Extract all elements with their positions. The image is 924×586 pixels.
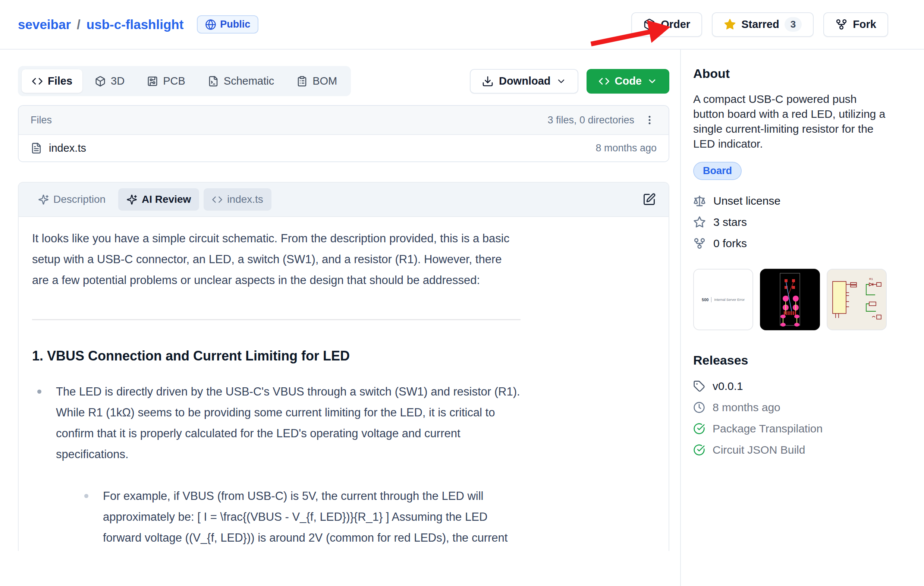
sidebar: About A compact USB-C powered push butto… (680, 49, 924, 586)
code-icon (32, 76, 43, 87)
readme-panel: Description AI Review inde (18, 182, 669, 551)
file-terminal-icon (208, 76, 219, 87)
sparkles-icon (126, 194, 137, 205)
thumbnail-pcb-view[interactable] (760, 269, 820, 330)
repo-name-link[interactable]: usb-c-flashlight (86, 17, 184, 32)
release-published: 8 months ago (693, 400, 892, 415)
order-button[interactable]: Order (631, 12, 702, 37)
file-row-index-ts[interactable]: index.ts 8 months ago (19, 135, 668, 161)
toolbar-actions: Download Code (470, 69, 669, 94)
cube-icon (95, 76, 106, 87)
code-button[interactable]: Code (587, 69, 670, 94)
fork-button-label: Fork (853, 18, 876, 31)
tab-3d[interactable]: 3D (85, 69, 135, 93)
tab-bom[interactable]: BOM (286, 69, 347, 93)
about-title: About (693, 66, 892, 81)
stars-row: 3 stars (693, 215, 892, 230)
circuit-board-icon (147, 76, 158, 87)
tab-ai-review[interactable]: AI Review (118, 188, 199, 211)
code-icon (212, 194, 223, 205)
tab-bom-label: BOM (312, 75, 337, 87)
star-icon (693, 216, 706, 229)
svg-text:R1: R1 (869, 277, 873, 281)
file-updated: 8 months ago (596, 142, 657, 154)
thumbnail-3d-view[interactable]: 500 Internal Server Error (693, 269, 753, 330)
main-column: Files 3D PCB (18, 49, 669, 586)
repo-header: seveibar / usb-c-flashlight Public Order (0, 0, 924, 49)
about-description: A compact USB-C powered push button boar… (693, 92, 889, 151)
tab-pcb[interactable]: PCB (137, 69, 195, 93)
check-circle-icon (693, 444, 705, 456)
files-panel-header: Files 3 files, 0 directories (19, 106, 668, 135)
release-check-label: Circuit JSON Build (713, 444, 805, 456)
thumbnail-error-code: 500 (702, 298, 708, 302)
scales-icon (693, 194, 706, 207)
ai-review-content: It looks like you have a simple circuit … (19, 217, 522, 551)
tab-files[interactable]: Files (21, 69, 82, 93)
clock-icon (693, 402, 705, 413)
globe-icon (205, 19, 216, 30)
star-filled-icon (724, 18, 736, 31)
star-count-badge: 3 (785, 17, 802, 32)
preview-thumbnails: 500 Internal Server Error (693, 269, 892, 330)
stars-label: 3 stars (713, 216, 747, 229)
repo-meta: Unset license 3 stars 0 forks (693, 193, 892, 251)
tab-files-label: Files (48, 75, 73, 87)
tab-3d-label: 3D (111, 75, 125, 87)
readme-tabbar: Description AI Review inde (19, 183, 668, 217)
download-button[interactable]: Download (470, 69, 578, 94)
release-check-label: Package Transpilation (713, 422, 823, 435)
tag-icon (693, 380, 705, 392)
owner-link[interactable]: seveibar (18, 17, 71, 32)
tab-index-ts[interactable]: index.ts (204, 188, 271, 211)
ai-review-paragraph: It looks like you have a simple circuit … (32, 228, 521, 291)
thumbnail-error-message: Internal Server Error (714, 298, 745, 301)
board-tag[interactable]: Board (693, 162, 742, 180)
files-panel: Files 3 files, 0 directories index.ts (18, 105, 669, 162)
fork-button[interactable]: Fork (823, 12, 888, 37)
ai-review-heading: 1. VBUS Connection and Current Limiting … (32, 348, 522, 364)
thumbnail-schematic-view[interactable]: R1 (827, 269, 887, 330)
tab-schematic[interactable]: Schematic (198, 69, 284, 93)
star-button[interactable]: Starred 3 (712, 12, 813, 37)
visibility-badge: Public (197, 15, 258, 33)
download-icon (482, 75, 494, 87)
download-button-label: Download (499, 75, 551, 87)
package-icon (643, 18, 655, 31)
repo-page: seveibar / usb-c-flashlight Public Order (0, 0, 924, 586)
release-check-transpilation[interactable]: Package Transpilation (693, 421, 892, 436)
kebab-menu-icon[interactable] (642, 113, 657, 127)
file-name: index.ts (49, 142, 86, 154)
release-version[interactable]: v0.0.1 (693, 379, 892, 393)
releases-title: Releases (693, 353, 892, 367)
page-body: Files 3D PCB (0, 49, 924, 586)
tab-schematic-label: Schematic (224, 75, 274, 87)
tab-pcb-label: PCB (163, 75, 185, 87)
tab-ai-review-label: AI Review (142, 193, 191, 206)
tab-description[interactable]: Description (30, 188, 114, 211)
release-check-circuit-json[interactable]: Circuit JSON Build (693, 443, 892, 458)
edit-icon[interactable] (641, 191, 657, 207)
check-circle-icon (693, 423, 705, 435)
ai-review-list: The LED is directly driven by the USB-C'… (32, 381, 522, 551)
files-panel-title: Files (31, 114, 52, 126)
file-text-icon (31, 142, 42, 154)
tab-index-ts-label: index.ts (227, 193, 263, 206)
release-published-label: 8 months ago (713, 401, 780, 414)
files-summary: 3 files, 0 directories (548, 114, 634, 126)
forks-row: 0 forks (693, 236, 892, 251)
order-button-label: Order (661, 18, 690, 31)
repo-title: seveibar / usb-c-flashlight Public (18, 15, 258, 33)
code-button-label: Code (615, 75, 642, 87)
view-tabstrip: Files 3D PCB (18, 66, 351, 96)
git-fork-icon (835, 18, 848, 31)
content-divider (32, 319, 521, 320)
header-actions: Order Starred 3 Fork (631, 12, 888, 37)
code-icon (599, 76, 610, 87)
star-button-label: Starred (741, 18, 779, 31)
sparkles-icon (38, 194, 49, 205)
list-item: For example, if VBUS (from USB-C) is 5V,… (79, 486, 522, 551)
tab-description-label: Description (53, 193, 106, 206)
title-separator: / (76, 17, 81, 32)
license-label: Unset license (713, 194, 780, 207)
